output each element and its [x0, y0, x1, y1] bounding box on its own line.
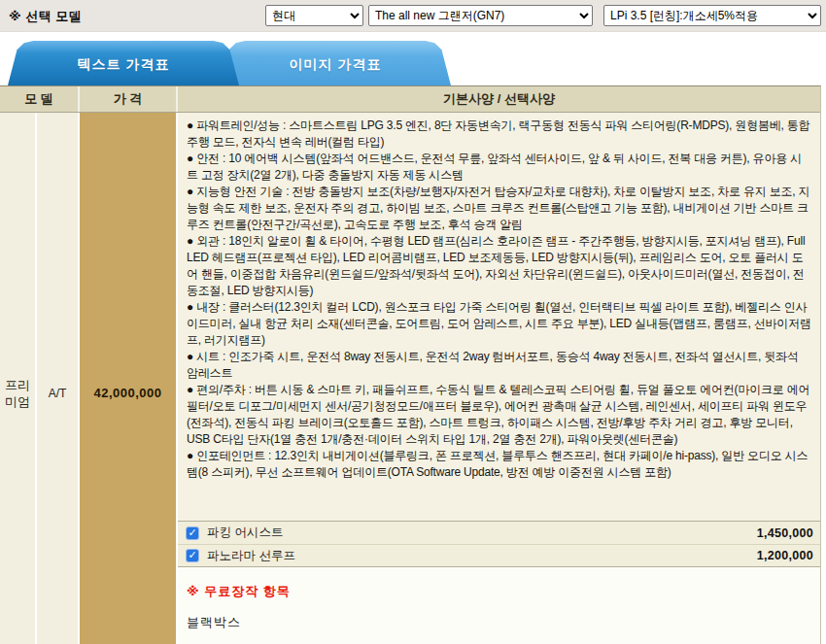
spec-interior: ● 내장 : 클러스터(12.3인치 컬러 LCD), 원스포크 타입 가죽 스… [187, 299, 812, 349]
option-label: 파노라마 선루프 [207, 548, 295, 564]
model-select-toolbar: ※ 선택 모델 현대 The all new 그랜저(GN7) LPi 3.5 … [0, 0, 826, 32]
table-row: 프리미엄 A/T 42,000,000 ● 파워트레인/성능 : 스마트스트림 … [0, 113, 820, 644]
price-sheet-screen: ※ 선택 모델 현대 The all new 그랜저(GN7) LPi 3.5 … [0, 0, 826, 644]
spec-seat: ● 시트 : 인조가죽 시트, 운전석 8way 전동시트, 운전석 2way … [187, 349, 812, 382]
option-row-panorama-sunroof: 파노라마 선루프 1,200,000 [178, 544, 820, 566]
spec-safety: ● 안전 : 10 에어백 시스템(앞좌석 어드밴스드, 운전석 무릎, 앞좌석… [187, 151, 812, 184]
price-tab-bar: 텍스트 가격표 이미지 가격표 [0, 32, 826, 85]
transmission-cell: A/T [37, 113, 80, 644]
tab-image-pricelist[interactable]: 이미지 가격표 [220, 41, 451, 85]
option-price: 1,200,000 [757, 549, 813, 562]
select-model-label: ※ 선택 모델 [9, 8, 82, 25]
free-items-section: ※ 무료장작 항목 블랙박스 [178, 566, 820, 644]
free-items-title: ※ 무료장작 항목 [187, 583, 812, 600]
option-list: 파킹 어시스트 1,450,000 파노라마 선루프 1,200,000 [178, 521, 820, 566]
table-header-row: 모 델 가 격 기본사양 / 선택사양 [0, 86, 820, 113]
free-item-blackbox: 블랙박스 [187, 614, 812, 631]
price-cell: 42,000,000 [80, 113, 178, 644]
tab-text-pricelist-label: 텍스트 가격표 [78, 56, 170, 74]
checkbox-panorama-sunroof[interactable] [186, 549, 199, 562]
option-price: 1,450,000 [757, 526, 813, 540]
spec-column: ● 파워트레인/성능 : 스마트스트림 LPG 3.5 엔진, 8단 자동변속기… [178, 113, 820, 644]
header-model: 모 델 [0, 86, 80, 112]
model-select[interactable]: The all new 그랜저(GN7) [368, 5, 593, 26]
tab-text-pricelist[interactable]: 텍스트 가격표 [8, 41, 239, 85]
spec-infotainment: ● 인포테인먼트 : 12.3인치 내비게이션(블루링크, 폰 프로젝션, 블루… [187, 448, 812, 481]
brand-select[interactable]: 현대 [265, 5, 363, 26]
option-label: 파킹 어시스트 [207, 525, 283, 541]
price-table: 모 델 가 격 기본사양 / 선택사양 프리미엄 A/T 42,000,000 … [0, 85, 821, 644]
spec-convenience: ● 편의/주차 : 버튼 시동 & 스마트 키, 패들쉬프트, 수동식 틸트 &… [187, 382, 812, 448]
spec-powertrain: ● 파워트레인/성능 : 스마트스트림 LPG 3.5 엔진, 8단 자동변속기… [187, 118, 812, 151]
tab-image-pricelist-label: 이미지 가격표 [290, 56, 382, 74]
header-spec: 기본사양 / 선택사양 [178, 86, 820, 112]
spec-adas: ● 지능형 안전 기술 : 전방 충돌방지 보조(차량/보행자/자전거 탑승자/… [187, 184, 812, 233]
header-price: 가 격 [80, 86, 178, 112]
base-spec-text: ● 파워트레인/성능 : 스마트스트림 LPG 3.5 엔진, 8단 자동변속기… [178, 113, 820, 521]
trim-select[interactable]: LPi 3.5 [런칭]:개소세5%적용 [603, 5, 821, 26]
spec-exterior: ● 외관 : 18인치 알로이 휠 & 타이어, 수평형 LED 램프(심리스 … [187, 233, 812, 299]
checkbox-parking-assist[interactable] [186, 526, 199, 540]
trim-name-cell: 프리미엄 [0, 113, 37, 644]
option-row-parking-assist: 파킹 어시스트 1,450,000 [178, 522, 820, 544]
